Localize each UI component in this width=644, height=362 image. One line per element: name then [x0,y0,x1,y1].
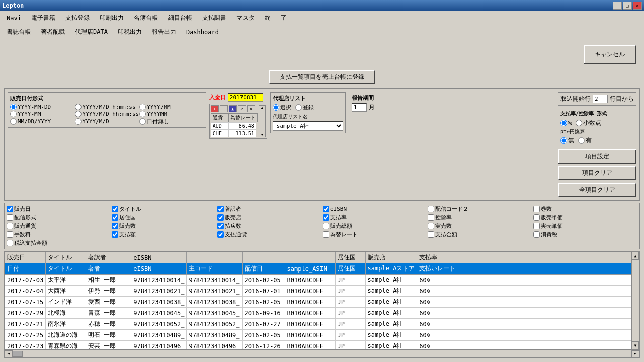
item-clear-button[interactable]: 項目クリア [558,166,636,180]
cb-deductrate[interactable]: 控除率 [428,214,532,221]
menu-payment-statement[interactable]: 支払調書 [198,12,231,24]
submenu-author-alloc[interactable]: 著者配賦 [36,26,69,38]
date-radio-mmddyyyy[interactable]: MM/DD/YYYY [10,118,74,125]
menu-done[interactable]: 了 [276,12,291,24]
cb-eisbn[interactable]: eISBN [323,205,427,213]
v-scroll-down-btn[interactable]: ▼ [632,341,639,349]
menu-payment-register[interactable]: 支払登録 [61,12,94,24]
cb-saleprice[interactable]: 販売単価 [533,214,637,221]
cb-title[interactable]: タイトル [112,205,216,213]
date-radio-yyyy-m[interactable]: YYYY-MM [10,111,74,117]
h-scroll-left-btn[interactable]: ◄ [5,350,13,357]
rate-radio-percent[interactable]: % [560,120,572,127]
rate-radio-decimal[interactable]: 小数点 [576,119,601,127]
cb-netprice[interactable]: 実売単価 [533,222,637,230]
submenu-agency-data[interactable]: 代理店DATA [70,26,112,38]
torikomi-input[interactable] [593,95,608,103]
date-radio-yyyy-mm[interactable]: YYYY/MM [139,104,204,110]
cb-payrate[interactable]: 支払率 [323,214,427,221]
table-row[interactable]: 2017-07-23 青森県の海 安芸 一郎 9784123410496_ 97… [5,341,631,350]
menu-end[interactable]: 終 [260,12,275,24]
cb-netsale[interactable]: 実売数 [428,222,532,230]
menu-master[interactable]: マスタ [232,12,259,24]
cb-maki[interactable]: 巻数 [533,205,637,213]
currency-scroll-up[interactable]: ▲ [259,106,265,110]
cell-title: 太平洋 [46,275,86,286]
table-row[interactable]: 2017-07-04 大西洋 伊勢 一郎 9784123410021_ 9784… [5,286,631,297]
cb-paysum[interactable]: 支払金額 [428,231,532,238]
maximize-button[interactable]: □ [623,2,632,10]
cb-exrate[interactable]: 為替レート [323,231,427,238]
h-scroll-thumb[interactable] [13,351,23,357]
menu-navi[interactable]: Navi [2,12,26,24]
title-bar: Lepton _ □ ✕ [0,0,644,11]
agency-dropdown[interactable]: sample_A社 [273,121,343,131]
agency-radio-select[interactable]: 選択 [273,104,291,111]
cb-tax[interactable]: 消費税 [533,231,637,238]
cell-maincode: 9784123410014_ [187,275,242,286]
all-clear-button[interactable]: 全項目クリア [558,183,636,197]
menu-detail-ledger[interactable]: 細目台帳 [164,12,197,24]
table-row[interactable]: 2017-07-29 北極海 青森 一郎 9784123410045_ 9784… [5,308,631,319]
table-row[interactable]: 2017-07-21 南氷洋 赤穂 一郎 9784123410052_ 9784… [5,319,631,330]
item-settings-button[interactable]: 項目設定 [558,149,636,164]
cb-delivform[interactable]: 配信形式 [7,214,111,221]
minimize-button[interactable]: _ [613,2,622,10]
table-row[interactable]: 2017-07-15 インド洋 愛西 一郎 9784123410038_ 978… [5,297,631,308]
v-scroll-up-btn[interactable]: ▲ [632,252,639,260]
muku-radio-yes[interactable]: 有 [578,136,592,145]
cancel-button[interactable]: キャンセル [584,45,636,64]
currency-check-btn[interactable]: ✓ [238,105,246,112]
date-radio-yyyymm[interactable]: YYYYMM [139,111,204,117]
menu-address-book[interactable]: 名簿台帳 [129,12,163,24]
cb-salecurrency[interactable]: 販売通貨 [7,222,111,230]
currency-scroll-down[interactable]: ▼ [259,133,265,137]
cb-hanbaib[interactable]: 販売日 [7,205,111,213]
currency-scrollbar: ▲ ▼ [259,105,266,137]
cb-payamount[interactable]: 支払額 [112,231,216,238]
date-radio-nodate[interactable]: 日付無し [139,118,204,125]
cell-asin: B010ABCDEF [285,275,335,286]
cb-handling[interactable]: 手数料 [7,231,111,238]
table-row[interactable]: 2017-07-03 太平洋 相生 一郎 9784123410014_ 9784… [5,275,631,286]
col-title: タイトル [46,252,86,263]
cb-saletotal[interactable]: 販売総額 [323,222,427,230]
cb-returncount[interactable]: 払戻数 [217,222,321,230]
cell-eisbn: 9784123410014_ [131,275,187,286]
menu-print-output[interactable]: 印刷出力 [95,12,128,24]
nyukin-input[interactable] [228,93,263,102]
cb-store[interactable]: 販売店 [217,214,321,221]
col-eisbn: eISBN [131,252,187,263]
date-radio-yyyy-m-d-hhms[interactable]: YYYY/M/D hh:mm:ss [75,111,139,117]
currency-plus-btn[interactable]: + [211,105,219,112]
hdr-rate: 支払いレート [417,263,631,275]
muku-radio-none[interactable]: 無 [560,136,574,145]
h-scroll-right-btn[interactable]: ► [631,350,639,357]
col-blank1 [187,252,242,263]
currency-minus-btn[interactable]: - [220,105,228,112]
submenu-report-output[interactable]: 報告出力 [147,26,181,38]
agency-radio-register[interactable]: 登録 [295,104,314,111]
cb-delivcode2[interactable]: 配信コード２ [428,205,532,213]
close-button[interactable]: ✕ [633,2,642,10]
cb-residence[interactable]: 居住国 [112,214,216,221]
submenu-dashboard[interactable]: Dashboard [182,26,223,38]
date-radio-yyyy-m-d-hms[interactable]: YYYY/M/D h:mm:ss [75,104,139,110]
date-radio-yyyy-mm-dd[interactable]: YYYY-MM-DD [10,104,74,110]
report-period-input[interactable] [352,103,367,112]
table-header-row[interactable]: 日付 タイトル 著者 eISBN 主コード 配信日 sample_ASIN 居住… [5,263,631,275]
cb-paycurrency[interactable]: 支払通貨 [217,231,321,238]
cb-salecount[interactable]: 販売数 [112,222,216,230]
window-controls: _ □ ✕ [613,2,642,10]
submenu-tax-output[interactable]: 印税出力 [113,26,146,38]
cb-taxtotal[interactable]: 税込支払金額 [7,239,111,247]
submenu-bookbib[interactable]: 書誌台帳 [2,26,35,38]
table-row[interactable]: 2017-07-25 北海道の海 明石 一郎 9784123410489_ 97… [5,330,631,341]
cb-author[interactable]: 著訳者 [217,205,321,213]
register-button[interactable]: 支払一覧項目を売上台帳に登録 [269,70,375,84]
menu-ebook[interactable]: 電子書籍 [27,12,60,24]
currency-x-btn[interactable]: ✕ [247,105,255,112]
date-radio-yyyy-m-d[interactable]: YYYY/M/D [75,118,139,125]
col-payrate: 支払率 [417,252,631,263]
currency-up-btn[interactable]: ▲ [229,105,237,112]
